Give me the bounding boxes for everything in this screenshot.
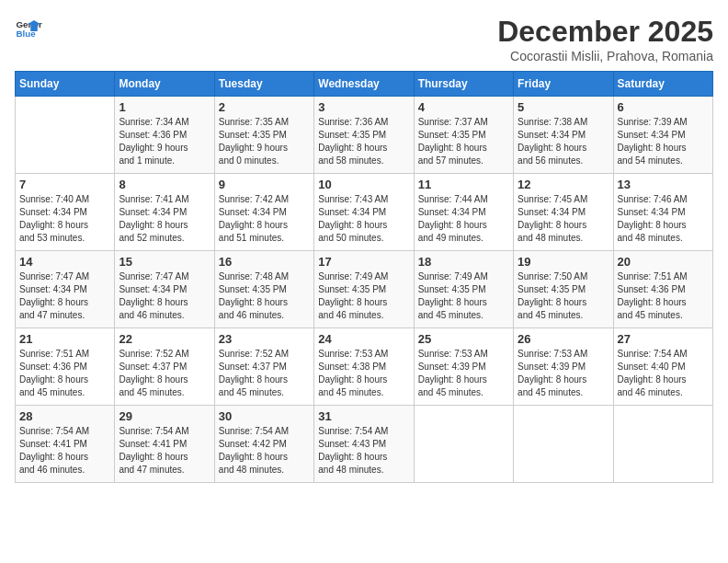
day-info: Sunrise: 7:40 AM Sunset: 4:34 PM Dayligh… (19, 193, 110, 245)
header-thursday: Thursday (414, 72, 513, 97)
day-number: 30 (219, 409, 310, 423)
calendar-cell: 9Sunrise: 7:42 AM Sunset: 4:34 PM Daylig… (214, 174, 313, 251)
day-number: 6 (618, 100, 709, 114)
calendar-cell: 15Sunrise: 7:47 AM Sunset: 4:34 PM Dayli… (115, 251, 214, 328)
calendar-cell: 14Sunrise: 7:47 AM Sunset: 4:34 PM Dayli… (16, 251, 115, 328)
calendar-cell (414, 406, 513, 483)
calendar-cell: 8Sunrise: 7:41 AM Sunset: 4:34 PM Daylig… (115, 174, 214, 251)
day-info: Sunrise: 7:38 AM Sunset: 4:34 PM Dayligh… (518, 116, 609, 167)
day-number: 7 (19, 178, 110, 191)
day-number: 31 (318, 409, 409, 423)
day-info: Sunrise: 7:45 AM Sunset: 4:34 PM Dayligh… (518, 193, 609, 245)
day-info: Sunrise: 7:54 AM Sunset: 4:43 PM Dayligh… (318, 425, 409, 477)
calendar-cell (613, 406, 712, 483)
day-number: 9 (219, 178, 310, 191)
calendar-cell: 29Sunrise: 7:54 AM Sunset: 4:41 PM Dayli… (115, 406, 214, 483)
day-info: Sunrise: 7:49 AM Sunset: 4:35 PM Dayligh… (418, 270, 509, 322)
calendar-cell: 7Sunrise: 7:40 AM Sunset: 4:34 PM Daylig… (16, 174, 115, 251)
day-number: 12 (518, 178, 609, 191)
day-info: Sunrise: 7:39 AM Sunset: 4:34 PM Dayligh… (618, 116, 709, 167)
header-sunday: Sunday (16, 72, 115, 97)
calendar-cell (514, 406, 613, 483)
calendar-week-5: 28Sunrise: 7:54 AM Sunset: 4:41 PM Dayli… (16, 406, 713, 483)
day-info: Sunrise: 7:51 AM Sunset: 4:36 PM Dayligh… (19, 348, 110, 399)
day-info: Sunrise: 7:51 AM Sunset: 4:36 PM Dayligh… (618, 270, 709, 322)
header-saturday: Saturday (613, 72, 712, 97)
calendar-table: SundayMondayTuesdayWednesdayThursdayFrid… (15, 71, 713, 483)
day-info: Sunrise: 7:47 AM Sunset: 4:34 PM Dayligh… (19, 270, 110, 322)
calendar-week-2: 7Sunrise: 7:40 AM Sunset: 4:34 PM Daylig… (16, 174, 713, 251)
calendar-cell: 30Sunrise: 7:54 AM Sunset: 4:42 PM Dayli… (214, 406, 313, 483)
calendar-cell: 23Sunrise: 7:52 AM Sunset: 4:37 PM Dayli… (214, 328, 313, 406)
day-number: 17 (318, 255, 409, 269)
calendar-cell (16, 97, 115, 174)
calendar-cell: 2Sunrise: 7:35 AM Sunset: 4:35 PM Daylig… (214, 97, 313, 174)
day-number: 22 (119, 332, 210, 346)
calendar-cell: 18Sunrise: 7:49 AM Sunset: 4:35 PM Dayli… (414, 251, 513, 328)
logo: General Blue (15, 15, 42, 42)
day-info: Sunrise: 7:52 AM Sunset: 4:37 PM Dayligh… (119, 348, 210, 399)
header-tuesday: Tuesday (214, 72, 313, 97)
day-number: 21 (19, 332, 110, 346)
day-info: Sunrise: 7:54 AM Sunset: 4:42 PM Dayligh… (219, 425, 310, 477)
calendar-cell: 22Sunrise: 7:52 AM Sunset: 4:37 PM Dayli… (115, 328, 214, 406)
calendar-cell: 6Sunrise: 7:39 AM Sunset: 4:34 PM Daylig… (613, 97, 712, 174)
day-info: Sunrise: 7:44 AM Sunset: 4:34 PM Dayligh… (418, 193, 509, 245)
calendar-cell: 20Sunrise: 7:51 AM Sunset: 4:36 PM Dayli… (613, 251, 712, 328)
day-info: Sunrise: 7:53 AM Sunset: 4:39 PM Dayligh… (518, 348, 609, 399)
day-number: 24 (318, 332, 409, 346)
calendar-cell: 19Sunrise: 7:50 AM Sunset: 4:35 PM Dayli… (514, 251, 613, 328)
header-wednesday: Wednesday (314, 72, 414, 97)
month-title: December 2025 (497, 15, 713, 49)
calendar-week-1: 1Sunrise: 7:34 AM Sunset: 4:36 PM Daylig… (16, 97, 713, 174)
day-info: Sunrise: 7:53 AM Sunset: 4:38 PM Dayligh… (318, 348, 409, 399)
day-number: 8 (119, 178, 210, 191)
day-number: 2 (219, 100, 310, 114)
day-number: 14 (19, 255, 110, 269)
day-info: Sunrise: 7:50 AM Sunset: 4:35 PM Dayligh… (518, 270, 609, 322)
day-number: 11 (418, 178, 509, 191)
day-number: 5 (518, 100, 609, 114)
day-info: Sunrise: 7:52 AM Sunset: 4:37 PM Dayligh… (219, 348, 310, 399)
day-number: 29 (119, 409, 210, 423)
day-number: 16 (219, 255, 310, 269)
location: Cocorastii Mislii, Prahova, Romania (497, 49, 713, 63)
day-info: Sunrise: 7:46 AM Sunset: 4:34 PM Dayligh… (618, 193, 709, 245)
calendar-cell: 13Sunrise: 7:46 AM Sunset: 4:34 PM Dayli… (613, 174, 712, 251)
day-number: 26 (518, 332, 609, 346)
day-info: Sunrise: 7:35 AM Sunset: 4:35 PM Dayligh… (219, 116, 310, 167)
calendar-body: 1Sunrise: 7:34 AM Sunset: 4:36 PM Daylig… (16, 97, 713, 483)
day-info: Sunrise: 7:54 AM Sunset: 4:41 PM Dayligh… (19, 425, 110, 477)
day-info: Sunrise: 7:53 AM Sunset: 4:39 PM Dayligh… (418, 348, 509, 399)
day-number: 4 (418, 100, 509, 114)
day-info: Sunrise: 7:42 AM Sunset: 4:34 PM Dayligh… (219, 193, 310, 245)
day-info: Sunrise: 7:34 AM Sunset: 4:36 PM Dayligh… (119, 116, 210, 167)
logo-icon: General Blue (15, 15, 42, 42)
calendar-week-4: 21Sunrise: 7:51 AM Sunset: 4:36 PM Dayli… (16, 328, 713, 406)
calendar-cell: 26Sunrise: 7:53 AM Sunset: 4:39 PM Dayli… (514, 328, 613, 406)
day-number: 27 (618, 332, 709, 346)
calendar-cell: 24Sunrise: 7:53 AM Sunset: 4:38 PM Dayli… (314, 328, 414, 406)
header-friday: Friday (514, 72, 613, 97)
day-info: Sunrise: 7:47 AM Sunset: 4:34 PM Dayligh… (119, 270, 210, 322)
calendar-cell: 12Sunrise: 7:45 AM Sunset: 4:34 PM Dayli… (514, 174, 613, 251)
calendar-cell: 17Sunrise: 7:49 AM Sunset: 4:35 PM Dayli… (314, 251, 414, 328)
title-block: December 2025 Cocorastii Mislii, Prahova… (497, 15, 713, 63)
calendar-cell: 5Sunrise: 7:38 AM Sunset: 4:34 PM Daylig… (514, 97, 613, 174)
calendar-cell: 1Sunrise: 7:34 AM Sunset: 4:36 PM Daylig… (115, 97, 214, 174)
day-info: Sunrise: 7:37 AM Sunset: 4:35 PM Dayligh… (418, 116, 509, 167)
day-number: 20 (618, 255, 709, 269)
calendar-cell: 10Sunrise: 7:43 AM Sunset: 4:34 PM Dayli… (314, 174, 414, 251)
day-info: Sunrise: 7:41 AM Sunset: 4:34 PM Dayligh… (119, 193, 210, 245)
day-number: 15 (119, 255, 210, 269)
calendar-cell: 3Sunrise: 7:36 AM Sunset: 4:35 PM Daylig… (314, 97, 414, 174)
day-number: 18 (418, 255, 509, 269)
page-header: General Blue December 2025 Cocorastii Mi… (15, 15, 713, 63)
day-number: 19 (518, 255, 609, 269)
day-info: Sunrise: 7:36 AM Sunset: 4:35 PM Dayligh… (318, 116, 409, 167)
day-number: 3 (318, 100, 409, 114)
day-info: Sunrise: 7:54 AM Sunset: 4:41 PM Dayligh… (119, 425, 210, 477)
calendar-cell: 31Sunrise: 7:54 AM Sunset: 4:43 PM Dayli… (314, 406, 414, 483)
calendar-header-row: SundayMondayTuesdayWednesdayThursdayFrid… (16, 72, 713, 97)
day-info: Sunrise: 7:49 AM Sunset: 4:35 PM Dayligh… (318, 270, 409, 322)
